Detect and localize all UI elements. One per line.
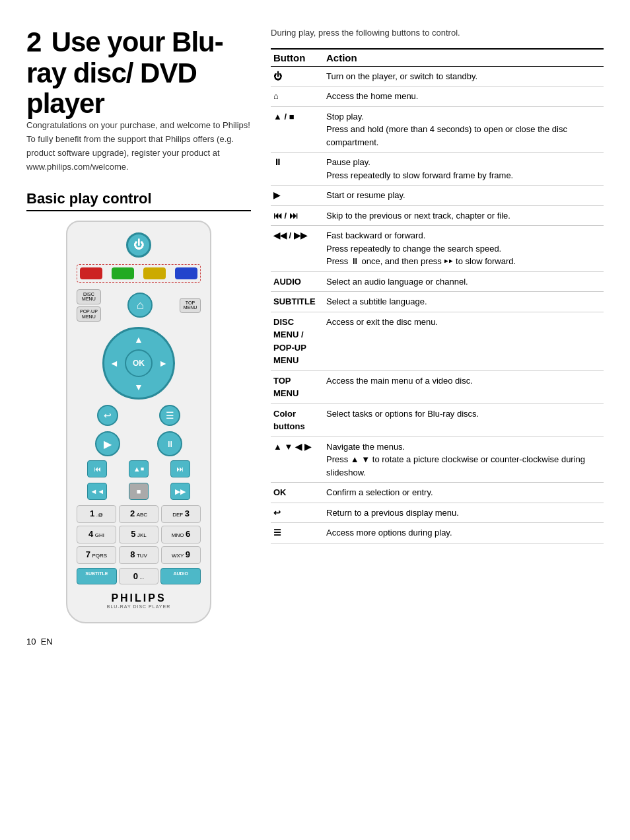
action-cell: Skip to the previous or next track, chap… (324, 205, 604, 226)
top-menu-button[interactable]: TOPMENU (180, 298, 201, 313)
options-button[interactable]: ☰ (159, 405, 180, 426)
intro-text: Congratulations on your purchase, and we… (26, 119, 251, 174)
nav-circle-container: ▲ ▼ ◄ ► OK (77, 327, 201, 400)
button-cell: DISC MENU / POP-UP MENU (271, 312, 324, 370)
table-row: ⏮ / ⏭Skip to the previous or next track,… (271, 205, 604, 226)
table-row: TOP MENUAccess the main menu of a video … (271, 370, 604, 403)
button-cell: ⏮ / ⏭ (271, 205, 324, 226)
numpad: 1 .@ 2 ABC DEF 3 4 GHI 5 JKL MNO 6 7 PQR… (77, 505, 201, 564)
forward-button[interactable]: ▶▶ (170, 483, 190, 500)
button-cell: OK (271, 483, 324, 503)
action-cell: Select an audio language or channel. (324, 271, 604, 292)
menu-row: DISCMENU POP-UPMENU ⌂ TOPMENU (77, 289, 201, 322)
play-button[interactable]: ▶ (95, 431, 120, 456)
table-row: ▲ / ■Stop play. Press and hold (more tha… (271, 106, 604, 153)
button-cell: ⏸ (271, 153, 324, 186)
home-button[interactable]: ⌂ (127, 293, 153, 318)
pause-button[interactable]: ⏸ (157, 431, 182, 456)
next-button[interactable]: ⏭ (170, 460, 190, 477)
chapter-title: 2 Use your Blu-ray disc/ DVD player (26, 26, 251, 119)
prev-button[interactable]: ⏮ (87, 460, 107, 477)
num-9-button[interactable]: WXY 9 (161, 546, 201, 564)
nav-circle: ▲ ▼ ◄ ► OK (102, 327, 175, 400)
audio-button[interactable]: AUDIO (160, 568, 201, 584)
power-button[interactable]: ⏻ (126, 232, 151, 258)
num-2-button[interactable]: 2 ABC (119, 505, 158, 523)
num-6-button[interactable]: MNO 6 (161, 526, 201, 543)
playback-row: ▶ ⏸ (77, 431, 201, 456)
control-table: Button Action ⏻Turn on the player, or sw… (271, 48, 604, 543)
section-title: Basic play control (26, 190, 251, 211)
rew-fwd-row: ◄◄ ■ ▶▶ (77, 483, 201, 500)
table-row: ⌂Access the home menu. (271, 87, 604, 107)
table-row: ☰Access more options during play. (271, 523, 604, 543)
action-cell: Turn on the player, or switch to standby… (324, 66, 604, 87)
left-menu-buttons: DISCMENU POP-UPMENU (77, 289, 101, 322)
popup-menu-button[interactable]: POP-UPMENU (77, 306, 101, 322)
page-number: 10 EN (26, 637, 251, 647)
yellow-button[interactable] (143, 267, 166, 279)
action-cell: Access the main menu of a video disc. (324, 370, 604, 403)
num-3-button[interactable]: DEF 3 (161, 505, 201, 523)
table-row: ▶Start or resume play. (271, 186, 604, 206)
action-cell: Confirm a selection or entry. (324, 483, 604, 503)
col-action-header: Action (324, 49, 604, 67)
nav-left-button[interactable]: ◄ (110, 358, 119, 368)
nav-down-button[interactable]: ▼ (134, 382, 143, 392)
subtitle-button[interactable]: SUBTITLE (77, 568, 117, 584)
button-cell: ⌂ (271, 87, 324, 107)
remote-control: ⏻ DISCMENU POP-UPMENU (66, 221, 211, 623)
brand-subtitle: BLU-RAY DISC PLAYER (77, 604, 201, 609)
num-8-button[interactable]: 8 TUV (119, 546, 158, 564)
action-cell: Navigate the menus. Press ▲ ▼ to rotate … (324, 437, 604, 483)
right-column: During play, press the following buttons… (271, 26, 604, 543)
table-row: AUDIOSelect an audio language or channel… (271, 271, 604, 292)
back-options-row: ↩ ☰ (77, 405, 201, 426)
nav-up-button[interactable]: ▲ (134, 334, 143, 345)
back-button[interactable]: ↩ (97, 405, 118, 426)
button-cell: Color buttons (271, 403, 324, 437)
button-cell: ↩ (271, 503, 324, 523)
action-cell: Select tasks or options for Blu-ray disc… (324, 403, 604, 437)
action-cell: Access more options during play. (324, 523, 604, 543)
button-cell: TOP MENU (271, 370, 324, 403)
left-column: 2 Use your Blu-ray disc/ DVD player Cong… (26, 26, 251, 647)
bottom-row: SUBTITLE 0 ... AUDIO (77, 568, 201, 584)
blue-button[interactable] (175, 267, 197, 279)
brand-logo: PHILIPS (77, 592, 201, 604)
action-cell: Start or resume play. (324, 186, 604, 206)
num-5-button[interactable]: 5 JKL (119, 526, 158, 543)
action-cell: Access the home menu. (324, 87, 604, 107)
table-row: ⏻Turn on the player, or switch to standb… (271, 66, 604, 87)
col-button-header: Button (271, 49, 324, 67)
power-row: ⏻ (77, 232, 201, 258)
num-1-button[interactable]: 1 .@ (77, 505, 116, 523)
num-7-button[interactable]: 7 PQRS (77, 546, 116, 564)
green-button[interactable] (112, 267, 134, 279)
table-row: Color buttonsSelect tasks or options for… (271, 403, 604, 437)
table-row: ↩Return to a previous display menu. (271, 503, 604, 523)
stop-button[interactable]: ■ (129, 483, 149, 500)
table-row: DISC MENU / POP-UP MENUAccess or exit th… (271, 312, 604, 370)
num-0-button[interactable]: 0 ... (119, 568, 159, 584)
eject-stop-button[interactable]: ▲■ (129, 460, 149, 477)
action-cell: Pause play. Press repeatedly to slow for… (324, 153, 604, 186)
button-cell: ▶ (271, 186, 324, 206)
color-buttons-row (77, 264, 201, 283)
red-button[interactable] (80, 267, 102, 279)
button-cell: ▲ ▼ ◀ ▶ (271, 437, 324, 483)
action-cell: Access or exit the disc menu. (324, 312, 604, 370)
button-cell: ☰ (271, 523, 324, 543)
num-4-button[interactable]: 4 GHI (77, 526, 116, 543)
transport-row: ⏮ ▲■ ⏭ (77, 460, 201, 477)
remote-image: ⏻ DISCMENU POP-UPMENU (26, 221, 251, 623)
button-cell: ◀◀ / ▶▶ (271, 226, 324, 272)
table-row: SUBTITLESelect a subtitle language. (271, 292, 604, 312)
right-intro-text: During play, press the following buttons… (271, 26, 604, 40)
button-cell: ⏻ (271, 66, 324, 87)
ok-button[interactable]: OK (125, 349, 153, 377)
nav-right-button[interactable]: ► (158, 358, 168, 368)
disc-menu-button[interactable]: DISCMENU (77, 289, 101, 304)
rewind-button[interactable]: ◄◄ (87, 483, 107, 500)
button-cell: SUBTITLE (271, 292, 324, 312)
